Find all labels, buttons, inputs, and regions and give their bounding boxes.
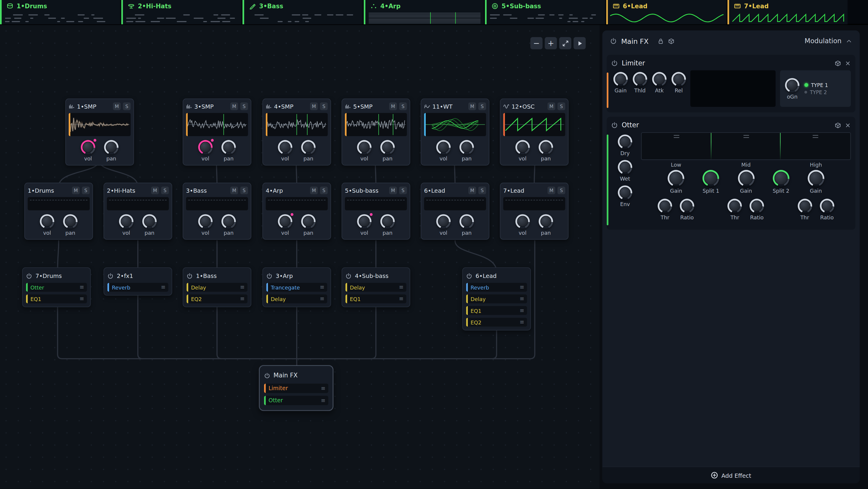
solo-button[interactable]: S [557,186,565,194]
chevron-up-icon[interactable] [846,38,852,44]
zoom-in-button[interactable]: + [545,37,557,49]
fx-item-otter[interactable]: Otter≡ [264,396,328,405]
source-node-5-smp[interactable]: 5•SMPMSvolpan [342,98,410,165]
limiter-power-icon[interactable] [611,60,618,66]
fx-item-reverb[interactable]: Reverb≡ [107,283,168,292]
type-option-type-2[interactable]: TYPE 2 [804,89,828,95]
knob-thr[interactable]: Thr [798,198,812,220]
preset-cube-icon[interactable] [668,38,674,44]
track-strip-6-lead[interactable]: 6•LeadMSvolpan [421,183,489,240]
knob-ratio[interactable]: Ratio [750,198,764,220]
drag-handle-icon[interactable]: ≡ [321,386,326,391]
knob-thld[interactable]: Thld [633,72,647,107]
source-node-12-osc[interactable]: 12•OSCMSvolpan [500,98,569,165]
mute-button[interactable]: M [151,186,159,194]
knob-pan[interactable]: pan [380,140,395,162]
knob-vol[interactable]: vol [198,140,213,162]
knob-vol[interactable]: vol [357,214,372,236]
limiter-preset-icon[interactable] [835,60,841,66]
drag-handle-icon[interactable]: ≡ [520,284,524,290]
fx-item-trancegate[interactable]: Trancegate≡ [266,283,327,292]
fx-rack-3-arp[interactable]: 3•ArpTrancegate≡Delay≡ [262,267,331,307]
knob-pan[interactable]: pan [143,214,157,236]
solo-button[interactable]: S [478,102,486,110]
drag-handle-icon[interactable]: ≡ [240,284,245,290]
solo-button[interactable]: S [82,186,90,194]
mute-button[interactable]: M [468,186,476,194]
mute-button[interactable]: M [230,186,238,194]
solo-button[interactable]: S [399,102,407,110]
mainfx-power-icon[interactable] [610,38,617,44]
otter-close-icon[interactable] [845,122,851,128]
band-mid[interactable] [711,133,781,159]
knob-vol[interactable]: vol [81,140,95,162]
play-button[interactable] [574,37,586,49]
knob-vol[interactable]: vol [436,214,451,236]
band-handle-icon[interactable] [813,135,818,137]
fx-item-delay[interactable]: Delay≡ [266,295,327,303]
solo-button[interactable]: S [161,186,169,194]
knob-dry[interactable]: Dry [618,134,632,156]
power-icon[interactable] [345,273,352,279]
knob-thr[interactable]: Thr [728,198,742,220]
source-node-11-wt[interactable]: 11•WTMSvolpan [421,98,489,165]
knob-pan[interactable]: pan [63,214,78,236]
mute-button[interactable]: M [389,186,397,194]
solo-button[interactable]: S [123,102,130,110]
knob-vol[interactable]: vol [119,214,133,236]
source-node-3-smp[interactable]: 3•SMPMSvolpan [183,98,251,165]
mute-button[interactable]: M [310,186,318,194]
fx-item-otter[interactable]: Otter≡ [26,283,87,292]
solo-button[interactable]: S [240,186,248,194]
drag-handle-icon[interactable]: ≡ [520,319,524,325]
knob-split-1[interactable]: Split 1 [703,170,719,193]
knob-pan[interactable]: pan [380,214,395,236]
band-high[interactable] [781,133,850,159]
fx-item-eq1[interactable]: EQ1≡ [26,295,87,303]
otter-band-display[interactable] [641,132,851,160]
drag-handle-icon[interactable]: ≡ [240,296,245,302]
knob-vol[interactable]: vol [40,214,55,236]
fullscreen-button[interactable] [559,37,571,49]
knob-env[interactable]: Env [618,185,632,207]
track-strip-1-drums[interactable]: 1•DrumsMSvolpan [24,183,93,240]
mute-button[interactable]: M [310,102,318,110]
knob-split-2[interactable]: Split 2 [773,170,789,193]
tab-5-sub-bass[interactable]: 5•Sub-bass [485,0,605,24]
track-strip-2-hi-hats[interactable]: 2•Hi-HatsMSvolpan [104,183,172,240]
mute-button[interactable]: M [113,102,121,110]
mute-button[interactable]: M [389,102,397,110]
tab-4-arp[interactable]: 4•Arp [364,0,484,24]
tab-1-drums[interactable]: 1•Drums [0,0,120,24]
track-strip-4-arp[interactable]: 4•ArpMSvolpan [262,183,331,240]
power-icon[interactable] [107,273,114,279]
modulation-toggle[interactable]: Modulation [805,37,842,45]
power-icon[interactable] [266,273,272,279]
otter-power-icon[interactable] [611,122,618,128]
track-strip-3-bass[interactable]: 3•BassMSvolpan [183,183,251,240]
fx-rack-1-bass[interactable]: 1•BassDelay≡EQ2≡ [183,267,251,307]
source-node-1-smp[interactable]: 1•SMPMSvolpan [65,98,134,165]
power-icon[interactable] [26,273,32,279]
knob-vol[interactable]: vol [516,140,530,162]
knob-ogn[interactable]: oGn [785,78,800,99]
type-option-type-1[interactable]: TYPE 1 [804,82,828,88]
tab-3-bass[interactable]: 3•Bass [243,0,363,24]
limiter-close-icon[interactable] [845,60,851,66]
knob-vol[interactable]: vol [357,140,372,162]
knob-vol[interactable]: vol [516,214,530,236]
fx-item-delay[interactable]: Delay≡ [466,295,527,303]
fx-rack-7-drums[interactable]: 7•DrumsOtter≡EQ1≡ [22,267,91,307]
mute-button[interactable]: M [547,186,555,194]
tab-7-lead[interactable]: 7•Lead [727,0,847,24]
mute-button[interactable]: M [468,102,476,110]
solo-button[interactable]: S [320,102,328,110]
fx-item-eq1[interactable]: EQ1≡ [345,295,406,303]
fx-item-eq1[interactable]: EQ1≡ [466,306,527,315]
knob-gain[interactable]: Gain [668,170,684,193]
mute-button[interactable]: M [547,102,555,110]
knob-ratio[interactable]: Ratio [820,198,834,220]
drag-handle-icon[interactable]: ≡ [520,296,524,302]
knob-pan[interactable]: pan [221,140,236,162]
knob-vol[interactable]: vol [436,140,451,162]
